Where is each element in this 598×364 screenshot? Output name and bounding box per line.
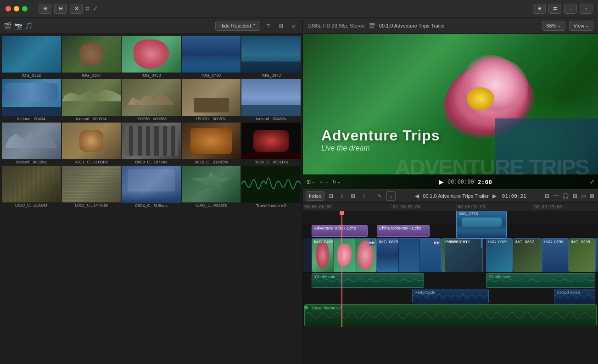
video-clip-img0322[interactable]: IMG_0322 [486,238,513,272]
connections-btn[interactable]: ⊞ [572,193,578,199]
inspector-icon[interactable]: ⊠ [70,4,83,14]
share-icon[interactable]: ↑ [580,4,592,14]
video-clip-extra[interactable] [595,238,598,272]
media-item[interactable]: B025_C...21MEbs [182,123,241,165]
preview-title: Adventure Trips Live the dream [321,127,440,152]
view-btn[interactable]: View ⌄ [569,21,593,31]
preview-transform-btn[interactable]: ↔⌄ [319,179,329,185]
media-item[interactable]: B009_C...187Vas [122,123,181,165]
audio-clip-motorcycle[interactable]: Motorcycle [412,289,489,303]
library-icon[interactable]: 🎬 [4,22,11,29]
filter-list-icon[interactable]: ≡ [263,21,273,31]
main-area: IMG_0322 IMG_0367 IMG_0453 IMG_0730 [0,34,598,364]
media-item[interactable]: IMG_0730 [182,36,241,78]
playhead-video [341,238,342,272]
video-clip-img0298[interactable]: IMG_0298 [569,238,595,272]
video-clip-150802-012[interactable]: 150802_012 [445,238,483,272]
clip-view-btn[interactable]: ▭ [580,193,587,199]
track-height-btn[interactable]: ↕ [359,191,369,201]
media-item[interactable]: Iceland...000314 [62,79,121,121]
media-item[interactable]: B002_C...14TNas [62,166,121,208]
media-item[interactable]: A011_C...516BPs [62,123,121,165]
roles-btn[interactable]: ⊞ [348,191,358,201]
timecode-ruler: 00:00:00:00 00:00:05:00 00:00:10:00 00:0… [303,203,598,211]
preview-aspect-btn[interactable]: ⊞⌄ [307,179,315,185]
browser-icon[interactable]: ⊞ [39,4,51,14]
title-bar: ⊞ ⊟ ⊠ ⌗ ✓ ⊞ ⇄ ≡ ↑ [0,0,598,17]
audio-clip-crowd[interactable]: Crowd noise [554,289,595,303]
timecode-display: 01:00:21 [502,193,526,199]
preview-timecode: 00:00:00 [447,179,474,185]
title-clip-adventure[interactable]: Adventure Trips - Echo [312,225,368,237]
gentle-rain-track: Gentle rain Gentle river [303,273,598,288]
prev-clip-btn[interactable]: ◀ [413,193,421,199]
minimize-button[interactable] [14,6,19,11]
video-clip-img0453[interactable]: IMG_0453 ▶▶ [312,238,376,272]
key-icon: ⌗ [85,5,89,13]
sequence-label: 00:1.0 Adventure Trips Trailer [423,193,489,199]
video-clip-img0873[interactable]: IMG_0873 ▶▶ [377,238,442,272]
media-item[interactable]: IMG_0367 [62,36,121,78]
preview-controls: ⊞⌄ ↔⌄ ↻⌄ ▶ 00:00:00 2:00 ⤢ [303,174,598,189]
media-item[interactable]: 150731...00087a [182,79,241,121]
media-item[interactable]: 150730...v00083 [122,79,181,121]
chevron-up-icon: ⌃ [252,23,256,28]
headphones-btn[interactable]: 🎧 [561,193,570,199]
search-icon[interactable]: ⌕ [289,21,299,31]
media-item[interactable]: Iceland...00494 [2,79,61,121]
hide-rejected-btn[interactable]: Hide Rejected ⌃ [215,21,260,31]
range-select-btn[interactable]: ⊟ [544,193,550,199]
next-clip-btn[interactable]: ▶ [491,193,498,199]
timeline-view-icon[interactable]: ≡ [564,4,577,14]
media-item[interactable]: IMG_0873 [241,36,301,78]
media-item[interactable]: Iceland...00620a [2,123,61,165]
audio-clip-gentle-rain[interactable]: Gentle rain [312,273,424,288]
preview-speed-btn[interactable]: ↻⌄ [332,179,341,185]
index-btn[interactable]: Index [306,191,324,201]
media-item[interactable]: IMG_0453 [122,36,181,78]
play-button[interactable]: ▶ [439,178,444,185]
swap-icon[interactable]: ⇄ [548,4,561,14]
music-track: Travel theme v.2 [303,304,598,327]
sfx-track: Motorcycle Crowd noise [303,288,598,304]
media-item[interactable]: B028_C...21A6as [2,166,61,208]
title-clips-track: IMG_1775 [303,211,598,224]
sequence-name: 00:1.0 Adventure Trips Trailer [379,23,445,28]
floating-thumb-label: IMG_1775 [458,212,478,216]
preview-area: Adventure Trips Live the dream ADVENTURE… [303,34,598,189]
camera-icon2: 🎬 [369,22,375,29]
media-item[interactable]: C003_C...WZacs [182,166,241,208]
preview-title-sub: Live the dream [321,144,440,152]
close-button[interactable] [6,6,11,11]
preview-title-main: Adventure Trips [321,127,440,144]
connected-clip-thumb[interactable]: IMG_1775 [456,211,507,239]
timeline-content: 00:00:00:00 00:00:05:00 00:00:10:00 00:0… [303,203,598,364]
video-clip-img0730[interactable]: IMG_0730 [542,238,569,272]
timeline-icon[interactable]: ⊟ [54,4,67,14]
media-item[interactable]: Iceland...00462a [241,79,301,121]
audio-lanes-btn[interactable]: ≡ [337,191,347,201]
expand-btn[interactable]: ⊠ [589,193,595,199]
media-item[interactable]: C004_C...5U6acs [122,166,181,208]
zoom-btn[interactable]: 66% ⌄ [542,21,565,31]
clip-connections-btn[interactable]: ⊟ [326,191,335,201]
media-item[interactable]: Travel theme v.2 [241,166,301,208]
video-clip-img0367[interactable]: IMG_0367 [513,238,542,272]
fullscreen-btn[interactable]: ⤢ [590,179,594,185]
media-item[interactable]: IMG_0322 [2,36,61,78]
upper-toolbar: 🎬 📷 🎵 Hide Rejected ⌃ ≡ ⊞ ⌕ 1080p HD 23.… [0,17,598,34]
music-icon[interactable]: 🎵 [25,22,33,29]
window-controls [6,6,28,11]
media-item[interactable]: B026_C...0521IXs [241,123,301,165]
group-icon[interactable]: ⊞ [276,21,286,31]
audio-clip-travel-theme[interactable]: Travel theme v.2 [304,304,597,326]
select-mode-btn[interactable]: ⌄ [386,191,396,201]
apps-icon[interactable]: ⊞ [533,4,546,14]
title-clip-china[interactable]: China Moto-trek - Echo [377,225,430,237]
waveform-btn[interactable]: 〰 [552,193,559,199]
maximize-button[interactable] [22,6,28,11]
select-tool-btn[interactable]: ↖ [375,191,385,201]
main-video-track: IMG_0453 ▶▶ IMG_0873 ▶▶ [303,238,598,273]
audio-clip-gentle-river[interactable]: Gentle river [486,273,595,288]
photos-icon[interactable]: 📷 [14,22,22,29]
